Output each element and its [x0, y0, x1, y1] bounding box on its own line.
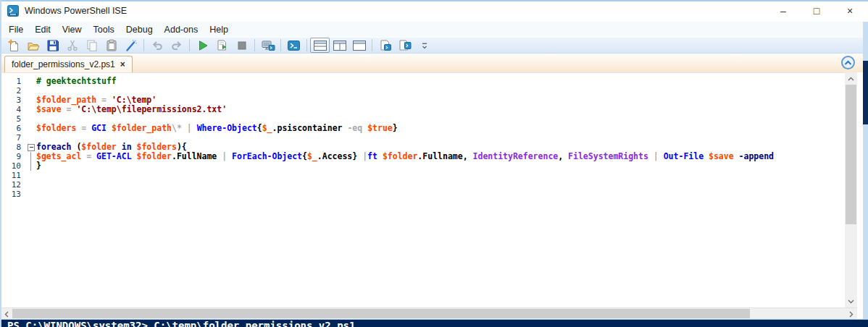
window-title: Windows PowerShell ISE [25, 0, 127, 22]
code-line[interactable]: 10} [0, 161, 845, 171]
console-prompt-line: PS C:\WINDOWS\system32> C:\temp\folder_p… [0, 320, 868, 327]
copy-button[interactable] [82, 38, 101, 53]
show-script-pane-maximized-icon [352, 40, 367, 51]
window-border-left [0, 0, 1, 327]
code-line[interactable]: 12 [0, 180, 845, 190]
minimize-button[interactable]: – [767, 0, 800, 22]
paste-icon [105, 39, 118, 52]
fold-margin [28, 124, 36, 133]
fold-margin [28, 105, 36, 114]
start-powershell-exe-icon [287, 39, 301, 52]
toolbar [0, 37, 863, 54]
line-number: 12 [0, 180, 28, 190]
menu-item-help[interactable]: Help [204, 23, 234, 36]
powershell-ise-app-icon [7, 5, 19, 17]
show-script-pane-right-button[interactable] [330, 38, 349, 53]
new-remote-powershell-tab-button[interactable] [258, 38, 277, 53]
run-script-icon [196, 39, 209, 52]
tab-close-icon[interactable]: × [120, 59, 125, 69]
menu-item-debug[interactable]: Debug [120, 23, 159, 36]
stop-operation-button[interactable] [232, 38, 251, 53]
fold-margin [28, 114, 36, 124]
code-line[interactable]: 4$save = 'C:\temp\filepermissions2.txt' [0, 105, 845, 114]
collapse-script-pane-button[interactable] [841, 56, 855, 69]
toolbar-separator [189, 39, 190, 51]
tab-folder-permissions-v2[interactable]: folder_permissions_v2.ps1 × [4, 56, 133, 72]
line-number: 7 [0, 133, 28, 143]
line-number: 13 [0, 190, 28, 199]
menu-item-tools[interactable]: Tools [88, 23, 120, 36]
new-script-button[interactable] [4, 38, 23, 53]
menu-item-add-ons[interactable]: Add-ons [159, 23, 204, 36]
code-text: $save = 'C:\temp\filepermissions2.txt' [36, 105, 227, 114]
paste-button[interactable] [101, 38, 121, 53]
save-icon [46, 39, 59, 52]
code-line[interactable]: 6$folders = GCI $folder_path\* | Where-O… [0, 124, 845, 133]
fold-guide-line [30, 161, 31, 171]
menu-item-edit[interactable]: Edit [29, 23, 57, 36]
line-number: 10 [0, 161, 28, 171]
code-text: # geektechtstuff [36, 77, 117, 86]
fold-margin [28, 77, 36, 86]
show-script-pane-top-button[interactable] [310, 38, 330, 53]
show-script-pane-top-icon [313, 40, 327, 51]
horizontal-scroll-thumb[interactable] [12, 309, 750, 318]
scroll-left-icon[interactable] [0, 308, 12, 320]
script-editor[interactable]: 1# geektechtstuff23$folder_path = 'C:\te… [0, 72, 845, 307]
fold-margin [28, 171, 36, 180]
run-script-button[interactable] [193, 38, 212, 53]
fold-margin [28, 86, 36, 95]
code-line[interactable]: 11 [0, 171, 845, 180]
line-number: 2 [0, 86, 28, 95]
toolbar-separator [306, 39, 307, 51]
collapse-region-icon[interactable] [28, 144, 35, 151]
line-number: 5 [0, 114, 28, 124]
hide-script-pane-button[interactable] [395, 38, 414, 53]
scroll-down-icon[interactable] [845, 295, 857, 307]
redo-button[interactable] [167, 38, 186, 53]
code-line[interactable]: 9$gets_acl = GET-ACL $folder.FullName | … [0, 152, 845, 161]
editor-vertical-scrollbar[interactable] [845, 72, 857, 307]
line-number: 3 [0, 95, 28, 105]
fold-margin [28, 190, 36, 199]
fold-margin [28, 152, 36, 161]
clear-console-button[interactable] [121, 38, 141, 53]
window-border-top [0, 0, 868, 1]
line-number: 9 [0, 152, 28, 161]
start-powershell-exe-button[interactable] [284, 38, 304, 53]
vertical-scroll-thumb[interactable] [846, 85, 856, 224]
fold-margin [28, 95, 36, 105]
open-script-button[interactable] [23, 38, 43, 53]
scroll-right-icon[interactable] [845, 308, 857, 320]
maximize-button[interactable]: □ [800, 0, 833, 22]
toolbar-overflow-button[interactable] [414, 38, 434, 53]
editor-horizontal-scrollbar[interactable] [0, 307, 857, 319]
show-script-pane-maximized-button[interactable] [349, 38, 369, 53]
chevron-up-icon [844, 60, 852, 66]
run-selection-button[interactable] [212, 38, 232, 53]
code-line[interactable]: 13 [0, 190, 845, 199]
line-number: 1 [0, 77, 28, 86]
code-text: $folders = GCI $folder_path\* | Where-Ob… [36, 124, 398, 133]
show-script-pane-button[interactable] [375, 38, 395, 53]
close-button[interactable]: × [833, 0, 867, 22]
script-tab-strip: folder_permissions_v2.ps1 × [0, 54, 863, 72]
window-right-edge [863, 22, 868, 319]
save-button[interactable] [43, 38, 62, 53]
code-line[interactable]: 1# geektechtstuff [0, 77, 845, 86]
scroll-up-icon[interactable] [845, 72, 857, 85]
console-pane[interactable]: PS C:\WINDOWS\system32> C:\temp\folder_p… [0, 319, 868, 327]
open-script-icon [27, 39, 40, 52]
undo-button[interactable] [147, 38, 167, 53]
toolbar-overflow-icon [421, 41, 428, 51]
new-script-icon [7, 39, 20, 52]
cut-button[interactable] [62, 38, 82, 53]
code-text: } [36, 161, 41, 171]
show-script-pane-right-icon [333, 40, 347, 51]
copy-icon [85, 39, 99, 52]
powershell-ise-window: Windows PowerShell ISE – □ × FileEditVie… [0, 0, 868, 327]
menu-item-view[interactable]: View [57, 23, 88, 36]
fold-margin [28, 161, 36, 171]
menu-item-file[interactable]: File [3, 23, 29, 36]
line-number: 6 [0, 124, 28, 133]
